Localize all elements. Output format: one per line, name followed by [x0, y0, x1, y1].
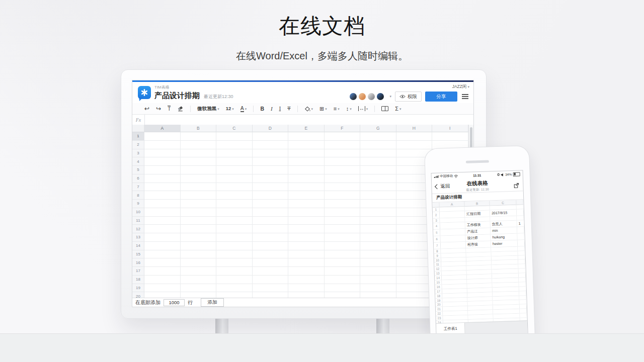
cell-D15[interactable]: [253, 250, 289, 259]
column-header-C[interactable]: C: [216, 125, 253, 132]
cell-G15[interactable]: [360, 250, 396, 259]
rows-count-input[interactable]: [164, 299, 185, 306]
row-header-6[interactable]: 6: [132, 174, 144, 183]
cell-A12[interactable]: [144, 225, 181, 233]
cell-B12[interactable]: [181, 225, 217, 233]
cell-A1[interactable]: [144, 132, 181, 141]
cell-A10[interactable]: [144, 208, 181, 217]
cell-E16[interactable]: [288, 258, 325, 267]
column-header-D[interactable]: D: [253, 125, 289, 132]
cell-D13[interactable]: [253, 233, 289, 242]
italic-button[interactable]: I: [271, 106, 273, 112]
cell-C12[interactable]: [216, 225, 253, 233]
column-header-H[interactable]: H: [396, 125, 433, 132]
cell-A13[interactable]: [144, 233, 181, 242]
cell-C4[interactable]: [216, 157, 253, 166]
cell-A19[interactable]: [144, 284, 181, 293]
cell-G8[interactable]: [360, 191, 396, 200]
cell-A3[interactable]: [144, 149, 181, 158]
cell-E9[interactable]: [288, 200, 325, 208]
cell-F2[interactable]: [325, 141, 361, 149]
font-color-button[interactable]: A▾: [240, 106, 247, 112]
formula-input[interactable]: [145, 115, 473, 125]
underline-button[interactable]: I: [279, 106, 281, 112]
clear-format-button[interactable]: [177, 106, 184, 112]
bold-button[interactable]: B: [260, 106, 264, 112]
cell-I1[interactable]: [432, 132, 468, 141]
avatars-chevron-down-icon[interactable]: ▾: [389, 95, 391, 99]
cell-F1[interactable]: [325, 132, 361, 141]
row-height-button[interactable]: ↕▾: [346, 106, 352, 112]
cell-F18[interactable]: [325, 276, 361, 284]
row-header-16[interactable]: 16: [132, 258, 144, 267]
row-header-17[interactable]: 17: [132, 267, 144, 276]
cell-F14[interactable]: [325, 242, 361, 250]
cell-C2[interactable]: [216, 141, 253, 149]
fill-color-button[interactable]: ▾: [304, 106, 313, 112]
cell-F17[interactable]: [325, 267, 361, 276]
cell-E11[interactable]: [288, 217, 325, 225]
cell-D12[interactable]: [253, 225, 289, 233]
row-header-4[interactable]: 4: [132, 157, 144, 166]
cell-A7[interactable]: [144, 183, 181, 192]
cell-D10[interactable]: [253, 208, 289, 217]
row-header-1[interactable]: 1: [132, 132, 144, 141]
cell-E6[interactable]: [288, 174, 325, 183]
cell-F15[interactable]: [325, 250, 361, 259]
cell-A17[interactable]: [144, 267, 181, 276]
cell-E12[interactable]: [288, 225, 325, 233]
cell-D11[interactable]: [253, 217, 289, 225]
column-header-E[interactable]: E: [288, 125, 325, 132]
share-icon[interactable]: [513, 182, 519, 191]
align-button[interactable]: ≡▾: [334, 106, 340, 112]
cell-B14[interactable]: [181, 242, 217, 250]
undo-button[interactable]: ↩: [144, 106, 149, 112]
menu-icon[interactable]: [461, 93, 469, 100]
cell-C9[interactable]: [216, 200, 253, 208]
cell-F7[interactable]: [325, 183, 361, 192]
cell-B5[interactable]: [181, 166, 217, 174]
cell-H2[interactable]: [396, 141, 433, 149]
cell-H19[interactable]: [396, 284, 433, 293]
collaborator-avatars[interactable]: [350, 93, 384, 100]
cell-C8[interactable]: [216, 191, 253, 200]
cell-C13[interactable]: [216, 233, 253, 242]
cell-E18[interactable]: [288, 276, 325, 284]
collaborator-4[interactable]: [377, 93, 384, 100]
cell-F13[interactable]: [325, 233, 361, 242]
cell-C11[interactable]: [216, 217, 253, 225]
cell-B15[interactable]: [181, 250, 217, 259]
cell-H15[interactable]: [396, 250, 433, 259]
cell-F16[interactable]: [325, 258, 361, 267]
cell-E10[interactable]: [288, 208, 325, 217]
cell-B2[interactable]: [181, 141, 217, 149]
column-header-corner[interactable]: [132, 125, 144, 132]
cell-G9[interactable]: [360, 200, 396, 208]
cell-D1[interactable]: [253, 132, 289, 141]
font-size-select[interactable]: 12▾: [226, 106, 234, 111]
cell-G19[interactable]: [360, 284, 396, 293]
cell-B3[interactable]: [181, 149, 217, 158]
cell-D17[interactable]: [253, 267, 289, 276]
cell-F8[interactable]: [325, 191, 361, 200]
cell-C15[interactable]: [216, 250, 253, 259]
cell-F19[interactable]: [325, 284, 361, 293]
cell-E1[interactable]: [288, 132, 325, 141]
cell-D18[interactable]: [253, 276, 289, 284]
cell-E20[interactable]: [288, 292, 325, 298]
cell-G6[interactable]: [360, 174, 396, 183]
collaborator-2[interactable]: [359, 93, 366, 100]
cell-G11[interactable]: [360, 217, 396, 225]
cell-C17[interactable]: [216, 267, 253, 276]
cell-A11[interactable]: [144, 217, 181, 225]
column-header-G[interactable]: G: [360, 125, 396, 132]
row-header-3[interactable]: 3: [132, 149, 144, 158]
cell-B16[interactable]: [181, 258, 217, 267]
cell-G17[interactable]: [360, 267, 396, 276]
cell-H18[interactable]: [396, 276, 433, 284]
row-header-14[interactable]: 14: [132, 242, 144, 250]
row-header-5[interactable]: 5: [132, 166, 144, 174]
cell-D19[interactable]: [253, 284, 289, 293]
cell-F5[interactable]: [325, 166, 361, 174]
cell-B19[interactable]: [181, 284, 217, 293]
